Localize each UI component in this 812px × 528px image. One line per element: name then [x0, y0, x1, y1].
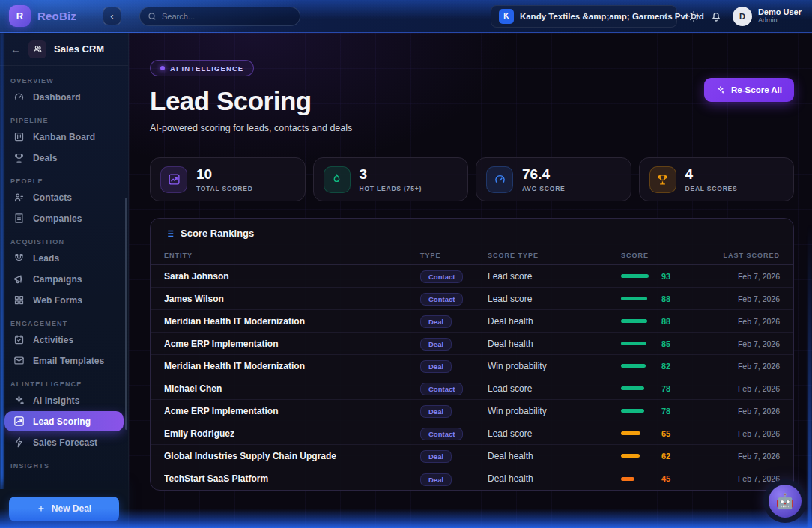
notifications-button[interactable] [710, 10, 722, 22]
sidebar-section-acquisition: ACQUISITION [10, 238, 118, 246]
last-scored-date: Feb 7, 2026 [711, 317, 780, 326]
sidebar: ← Sales CRM OVERVIEWDashboardPIPELINEKan… [0, 33, 129, 528]
ai-intelligence-badge: AI INTELLIGENCE [150, 60, 254, 76]
sidebar-item-lead-scoring[interactable]: Lead Scoring [4, 411, 124, 431]
company-avatar: K [499, 9, 514, 24]
stat-label: DEAL SCORES [685, 185, 738, 192]
mail-icon [13, 355, 25, 366]
magnet-icon [13, 252, 25, 264]
type-badge: Deal [420, 360, 452, 373]
app-logo: R [9, 5, 31, 27]
stat-value: 10 [196, 166, 253, 183]
score-value: 93 [661, 272, 670, 281]
trophy-icon [13, 152, 25, 163]
column-header-score: SCORE [621, 252, 711, 259]
sidebar-item-ai-insights[interactable]: AI Insights [4, 390, 124, 410]
score-bar-track [621, 477, 654, 481]
pulse-dot-icon [160, 66, 165, 70]
new-deal-label: New Deal [52, 503, 91, 514]
page-subtitle: AI-powered scoring for leads, contacts a… [150, 123, 794, 133]
sidebar-item-label: Kanban Board [33, 132, 95, 142]
stat-card-deal-scores: 4 DEAL SCORES [639, 157, 795, 201]
page-title: Lead Scoring [150, 86, 794, 116]
bell-icon [710, 10, 722, 22]
sidebar-item-email-templates[interactable]: Email Templates [4, 351, 124, 371]
stat-card-avg-score: 76.4 AVG SCORE [476, 157, 631, 201]
stat-icon-tile [160, 166, 187, 193]
table-header-row: ENTITY TYPE SCORE TYPE SCORE LAST SCORED [151, 246, 793, 265]
sidebar-item-label: Leads [33, 253, 59, 264]
sidebar-item-deals[interactable]: Deals [4, 148, 124, 168]
sidebar-section-engagement: ENGAGEMENT [10, 320, 118, 327]
sidebar-item-activities[interactable]: Activities [4, 330, 124, 350]
entity-name: TechStart SaaS Platform [164, 473, 420, 484]
sidebar-section-ai-intelligence: AI INTELLIGENCE [10, 380, 118, 388]
sidebar-section-overview: OVERVIEW [10, 77, 118, 85]
last-scored-date: Feb 7, 2026 [711, 384, 780, 393]
score-bar [621, 319, 647, 323]
score-bar-track [621, 409, 654, 413]
score-type: Deal health [488, 473, 621, 484]
score-value: 88 [661, 294, 670, 303]
score-cell: 88 [621, 294, 711, 303]
sidebar-item-web-forms[interactable]: Web Forms [4, 290, 124, 310]
sidebar-item-sales-forecast[interactable]: Sales Forecast [4, 432, 124, 452]
sidebar-item-label: Lead Scoring [33, 416, 91, 427]
stat-value: 4 [685, 166, 738, 183]
entity-name: Acme ERP Implementation [164, 406, 420, 416]
score-cell: 88 [621, 317, 711, 326]
sidebar-item-kanban-board[interactable]: Kanban Board [4, 127, 124, 147]
score-bar [621, 409, 644, 413]
sidebar-item-campaigns[interactable]: Campaigns [4, 269, 124, 289]
sidebar-item-label: Sales Forecast [33, 437, 97, 448]
last-scored-date: Feb 7, 2026 [711, 407, 780, 416]
topbar: R ReoBiz ‹ K Kandy Textiles &amp;amp; Ga… [0, 0, 812, 33]
theme-toggle-button[interactable] [688, 10, 700, 22]
user-menu[interactable]: D Demo User Admin [733, 7, 802, 26]
back-button[interactable]: ← [10, 43, 21, 55]
score-bar [621, 297, 647, 300]
score-cell: 45 [621, 474, 711, 483]
stat-label: TOTAL SCORED [196, 185, 253, 192]
score-type: Lead score [488, 383, 621, 394]
topbar-brand: R ReoBiz ‹ [0, 5, 129, 27]
score-bar-track [621, 364, 654, 368]
table-row: Sarah Johnson Contact Lead score 93 Feb … [151, 265, 793, 288]
sparkles-icon [716, 85, 725, 94]
table-row: Emily Rodriguez Contact Lead score 65 Fe… [151, 422, 793, 445]
stat-icon-tile [324, 166, 351, 193]
gauge-icon [13, 91, 25, 103]
sidebar-item-contacts[interactable]: Contacts [4, 187, 124, 207]
score-value: 82 [661, 362, 670, 371]
sidebar-item-dashboard[interactable]: Dashboard [4, 87, 124, 107]
search-icon [148, 12, 157, 21]
table-row: Acme ERP Implementation Deal Win probabi… [151, 400, 793, 422]
main-content: AI INTELLIGENCE Lead Scoring AI-powered … [129, 33, 812, 528]
score-bar [621, 364, 646, 368]
rescore-all-button[interactable]: Re-Score All [704, 78, 794, 102]
sidebar-collapse-button[interactable]: ‹ [103, 7, 121, 25]
search-field[interactable] [162, 12, 292, 21]
score-value: 88 [661, 317, 670, 326]
sun-icon [688, 10, 700, 22]
sidebar-item-companies[interactable]: Companies [4, 208, 124, 228]
chatbot-button[interactable]: 🤖 [769, 485, 802, 518]
type-badge: Contact [420, 293, 463, 306]
entity-name: James Wilson [164, 294, 420, 304]
new-deal-button[interactable]: New Deal [9, 497, 119, 521]
chevron-left-icon: ‹ [110, 11, 113, 21]
score-value: 78 [661, 407, 670, 416]
stat-card-hot-leads-75: 3 HOT LEADS (75+) [313, 157, 469, 201]
search-input[interactable] [139, 7, 300, 26]
sidebar-item-leads[interactable]: Leads [4, 248, 124, 268]
score-bar-track [621, 297, 654, 300]
trophy-icon [656, 173, 669, 186]
sidebar-scrollbar[interactable] [125, 198, 127, 430]
company-selector[interactable]: K Kandy Textiles &amp;amp; Garments Pvt … [491, 5, 677, 28]
score-cell: 82 [621, 362, 711, 371]
building-icon [13, 213, 25, 224]
stats-row: 10 TOTAL SCORED 3 HOT LEADS (75+) 76.4 A… [150, 157, 794, 201]
sidebar-item-label: Email Templates [33, 356, 104, 366]
table-title-row: Score Rankings [151, 219, 793, 246]
last-scored-date: Feb 7, 2026 [711, 362, 780, 371]
